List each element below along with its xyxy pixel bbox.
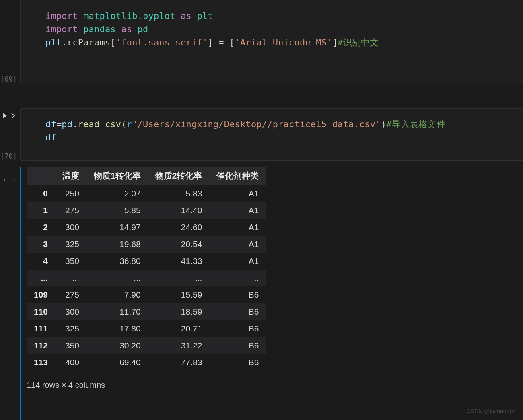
- table-row: ...............: [27, 270, 266, 286]
- cell: 30.20: [86, 337, 148, 354]
- cell: B6: [209, 354, 266, 371]
- cell: 250: [55, 185, 86, 202]
- punct: ): [381, 119, 386, 129]
- cell: 5.85: [86, 202, 148, 219]
- table-row: 332519.6820.54A1: [27, 236, 266, 253]
- watermark: CSDN @juzhengoo: [467, 408, 516, 414]
- table-row: 230014.9724.60A1: [27, 219, 266, 236]
- cell: 7.90: [86, 286, 148, 303]
- cell: A1: [209, 202, 266, 219]
- punct: ]: [332, 37, 338, 47]
- cell: 69.40: [86, 354, 148, 371]
- module: pandas: [83, 24, 116, 34]
- cell: 77.83: [148, 354, 210, 371]
- cell: 400: [55, 354, 86, 371]
- raw-prefix: r: [127, 119, 132, 129]
- row-index: 2: [27, 219, 55, 236]
- cell: 19.68: [86, 236, 148, 253]
- row-index: 111: [27, 320, 55, 337]
- table-row: 12755.8514.40A1: [27, 202, 266, 219]
- cell: 36.80: [86, 253, 148, 270]
- cell: 24.60: [148, 219, 210, 236]
- cell: 350: [55, 253, 86, 270]
- cell: 15.59: [148, 286, 210, 303]
- cell: 275: [55, 286, 86, 303]
- variable: plt: [45, 37, 62, 47]
- cell: 14.40: [148, 202, 210, 219]
- cell: 5.83: [148, 185, 210, 202]
- cell: A1: [209, 219, 266, 236]
- alias: plt: [197, 11, 213, 21]
- dataframe-table: 温度 物质1转化率 物质2转化率 催化剂种类 02502.075.83A1127…: [27, 167, 266, 371]
- row-index: 110: [27, 303, 55, 320]
- punct: =: [56, 119, 62, 129]
- cell: 17.80: [86, 320, 148, 337]
- variable: df: [45, 119, 56, 129]
- row-index: 4: [27, 253, 55, 270]
- table-row: 11235030.2031.22B6: [27, 337, 266, 354]
- cell-output: 温度 物质1转化率 物质2转化率 催化剂种类 02502.075.83A1127…: [20, 167, 523, 420]
- cell: ...: [86, 270, 148, 286]
- cell: 31.22: [148, 337, 210, 354]
- punct: .: [72, 119, 78, 129]
- comment: #导入表格文件: [386, 119, 445, 129]
- function: read_csv: [78, 119, 121, 129]
- exec-count-cell2: [70]: [0, 152, 17, 160]
- alias: pd: [138, 24, 148, 34]
- col-header-temp: 温度: [55, 167, 86, 185]
- cell: A1: [209, 253, 266, 270]
- table-row: 11030011.7018.59B6: [27, 303, 266, 320]
- table-row: 11132517.8020.71B6: [27, 320, 266, 337]
- module: matplotlib.pyplot: [83, 11, 175, 21]
- cell: B6: [209, 320, 266, 337]
- cell: ...: [55, 270, 86, 286]
- cell: 41.33: [148, 253, 210, 270]
- row-index: 109: [27, 286, 55, 303]
- cell: 300: [55, 303, 86, 320]
- row-index: 1: [27, 202, 55, 219]
- row-index: 112: [27, 337, 55, 354]
- cell: A1: [209, 236, 266, 253]
- run-cell-icon[interactable]: [1, 112, 9, 120]
- cell: B6: [209, 337, 266, 354]
- punct: ] = [: [208, 37, 235, 47]
- cell: ...: [209, 270, 266, 286]
- cell: 275: [55, 202, 86, 219]
- cell-gutter: [69] [70]: [0, 0, 19, 420]
- row-index: 3: [27, 236, 55, 253]
- code-cell-1[interactable]: import matplotlib.pyplot as plt import p…: [20, 0, 523, 83]
- cell: A1: [209, 185, 266, 202]
- punct: (: [121, 119, 126, 129]
- row-index: 113: [27, 354, 55, 371]
- chevron-right-icon[interactable]: [10, 112, 17, 120]
- comment: #识别中文: [338, 37, 379, 47]
- dataframe-shape: 114 rows × 4 columns: [27, 381, 523, 390]
- string: "/Users/xingxing/Desktop//practice15_dat…: [132, 119, 381, 129]
- collapse-output-icon[interactable]: · ·: [2, 176, 17, 184]
- code-editor-2[interactable]: df=pd.read_csv(r"/Users/xingxing/Desktop…: [21, 109, 523, 161]
- cell: B6: [209, 286, 266, 303]
- cell: 18.59: [148, 303, 210, 320]
- table-row: 11340069.4077.83B6: [27, 354, 266, 371]
- cell: 20.71: [148, 320, 210, 337]
- cell: B6: [209, 303, 266, 320]
- punct: [: [110, 37, 115, 47]
- string: 'Arial Unicode MS': [235, 37, 332, 47]
- code-editor-1[interactable]: import matplotlib.pyplot as plt import p…: [21, 0, 523, 66]
- exec-count-cell1: [69]: [0, 75, 17, 83]
- keyword: as: [121, 24, 132, 34]
- col-header-cat: 催化剂种类: [209, 167, 266, 185]
- keyword: import: [45, 24, 78, 34]
- table-row: 02502.075.83A1: [27, 185, 266, 202]
- attribute: .rcParams: [62, 37, 110, 47]
- table-header-row: 温度 物质1转化率 物质2转化率 催化剂种类: [27, 167, 266, 185]
- string: 'font.sans-serif': [116, 37, 208, 47]
- col-header-conv2: 物质2转化率: [148, 167, 210, 185]
- cell: 325: [55, 236, 86, 253]
- keyword: import: [45, 11, 78, 21]
- keyword: as: [181, 11, 191, 21]
- col-header-conv1: 物质1转化率: [86, 167, 148, 185]
- code-cell-2[interactable]: df=pd.read_csv(r"/Users/xingxing/Desktop…: [20, 108, 523, 161]
- cell: 14.97: [86, 219, 148, 236]
- table-row: 435036.8041.33A1: [27, 253, 266, 270]
